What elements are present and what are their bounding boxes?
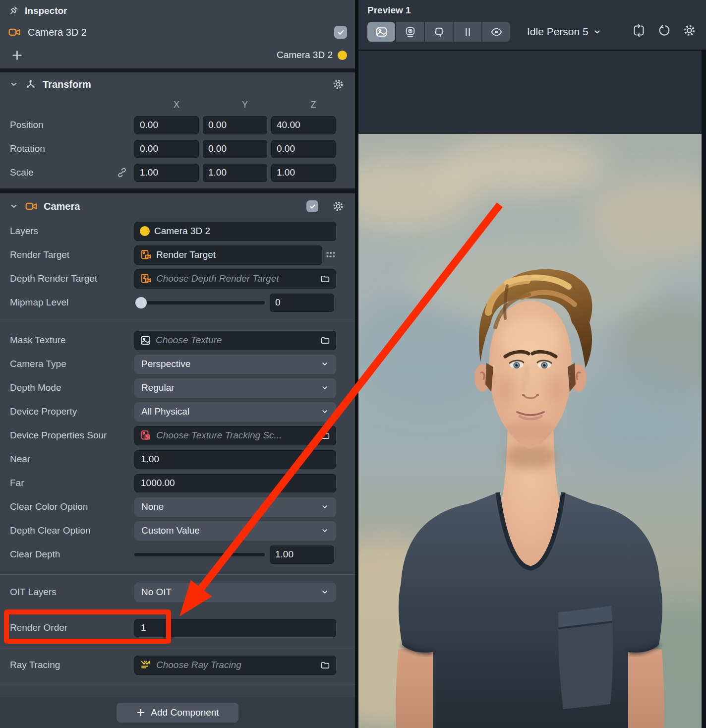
- preview-mode-webcam-button[interactable]: [396, 22, 424, 42]
- inspector-panel: Inspector Camera 3D 2 Camera 3D 2 Transf: [0, 0, 355, 728]
- link-scale-icon[interactable]: [117, 167, 127, 178]
- scale-x-input[interactable]: [134, 164, 199, 182]
- depth-mode-row: Depth Mode Regular: [0, 376, 355, 400]
- render-target-options-icon[interactable]: [325, 249, 336, 260]
- oit-layers-value: No OIT: [141, 587, 320, 598]
- depth-mode-dropdown[interactable]: Regular: [134, 378, 336, 398]
- section-divider: [0, 647, 355, 647]
- device-property-dropdown[interactable]: All Physical: [134, 402, 336, 422]
- entity-enabled-checkbox[interactable]: [334, 26, 347, 39]
- rotation-row: Rotation: [0, 137, 355, 161]
- clear-depth-label: Clear Depth: [0, 549, 134, 560]
- scale-y-input[interactable]: [203, 164, 267, 182]
- depth-mode-value: Regular: [141, 382, 320, 393]
- camera-gear-icon[interactable]: [332, 200, 344, 212]
- folder-icon[interactable]: [320, 273, 331, 284]
- preview-mode-image-button[interactable]: [367, 22, 395, 42]
- inspector-header-section: Inspector Camera 3D 2 Camera 3D 2: [0, 0, 355, 68]
- depth-clear-option-value: Custom Value: [141, 525, 320, 536]
- preview-visibility-button[interactable]: [482, 22, 510, 42]
- preview-settings-gear-icon[interactable]: [683, 24, 696, 37]
- layers-field[interactable]: Camera 3D 2: [134, 222, 336, 241]
- oit-layers-row: OIT Layers No OIT: [0, 580, 355, 604]
- tracking-script-icon: [140, 429, 152, 441]
- entity-name: Camera 3D 2: [28, 27, 87, 38]
- mipmap-level-row: Mipmap Level: [0, 291, 355, 314]
- near-input[interactable]: [134, 450, 336, 469]
- position-z-input[interactable]: [271, 116, 336, 134]
- transform-gear-icon[interactable]: [332, 78, 344, 90]
- camera-type-dropdown[interactable]: Perspective: [134, 355, 336, 374]
- ray-tracing-field[interactable]: Choose Ray Tracing: [134, 656, 336, 675]
- preview-toolbar: [367, 22, 510, 42]
- folder-icon[interactable]: [320, 660, 331, 670]
- clear-depth-slider[interactable]: [134, 546, 265, 564]
- restart-preview-icon[interactable]: [657, 24, 671, 37]
- entity-color-dot[interactable]: [338, 51, 347, 60]
- add-component-button[interactable]: Add Component: [117, 703, 238, 723]
- depth-render-target-field[interactable]: Choose Depth Render Target: [134, 269, 336, 289]
- folder-icon[interactable]: [320, 430, 331, 441]
- slider-knob[interactable]: [135, 297, 147, 308]
- rotation-z-input[interactable]: [271, 140, 336, 158]
- ray-tracing-row: Ray Tracing Choose Ray Tracing: [0, 653, 355, 677]
- camera-enabled-checkbox[interactable]: [306, 200, 318, 212]
- rotation-label: Rotation: [0, 143, 134, 154]
- add-entity-button[interactable]: [11, 49, 23, 61]
- section-divider: [0, 321, 355, 321]
- device-properties-source-field[interactable]: Choose Texture Tracking Sc...: [134, 426, 336, 445]
- scale-row: Scale: [0, 161, 355, 184]
- pin-icon[interactable]: [8, 5, 19, 16]
- mask-texture-field[interactable]: Choose Texture: [134, 331, 336, 350]
- mipmap-level-slider[interactable]: [134, 294, 265, 312]
- rotation-x-input[interactable]: [134, 140, 199, 158]
- render-order-input[interactable]: [134, 619, 336, 637]
- flip-device-icon[interactable]: [632, 24, 646, 37]
- axes-header: X Y Z: [0, 96, 355, 113]
- folder-icon[interactable]: [320, 335, 331, 346]
- position-row: Position: [0, 113, 355, 137]
- chevron-down-icon: [320, 502, 329, 511]
- oit-layers-dropdown[interactable]: No OIT: [134, 583, 336, 602]
- depth-clear-option-row: Depth Clear Option Custom Value: [0, 519, 355, 543]
- axis-x-label: X: [144, 100, 209, 110]
- collapse-chevron-icon[interactable]: [9, 201, 19, 211]
- far-input[interactable]: [134, 474, 336, 492]
- depth-clear-option-dropdown[interactable]: Custom Value: [134, 521, 336, 541]
- scale-z-input[interactable]: [271, 164, 336, 182]
- position-y-input[interactable]: [203, 116, 267, 134]
- mask-texture-row: Mask Texture Choose Texture: [0, 328, 355, 352]
- mipmap-level-input[interactable]: [270, 294, 334, 312]
- scale-label: Scale: [10, 167, 34, 178]
- camera-component-icon: [25, 200, 38, 213]
- layer-color-dot: [140, 226, 150, 236]
- axis-z-label: Z: [281, 100, 346, 110]
- preview-mode-rotate-3d-button[interactable]: [425, 22, 453, 42]
- device-property-row: Device Property All Physical: [0, 400, 355, 424]
- panel-separator[interactable]: [355, 0, 358, 728]
- section-divider: [0, 574, 355, 575]
- texture-image-icon: [140, 335, 151, 346]
- render-target-value: Render Target: [156, 249, 317, 260]
- preview-person-image: [358, 134, 702, 728]
- chevron-down-icon: [592, 27, 602, 37]
- clear-color-option-dropdown[interactable]: None: [134, 497, 336, 517]
- transform-section: Transform X Y Z Position Rotation: [0, 72, 355, 188]
- near-label: Near: [0, 454, 134, 465]
- clear-depth-input[interactable]: [270, 546, 334, 564]
- rotation-y-input[interactable]: [203, 140, 267, 158]
- preview-pause-button[interactable]: [454, 22, 481, 42]
- far-row: Far: [0, 471, 355, 495]
- collapse-chevron-icon[interactable]: [9, 79, 19, 89]
- position-x-input[interactable]: [134, 116, 199, 134]
- preview-canvas[interactable]: [358, 51, 706, 728]
- section-divider: [0, 684, 355, 684]
- clear-color-option-label: Clear Color Option: [0, 501, 134, 512]
- scene-selector-dropdown[interactable]: Idle Person 5: [527, 22, 602, 42]
- camera-section: Camera Layers Camera 3D 2 Render Target …: [0, 193, 355, 697]
- ray-tracing-icon: [140, 659, 152, 671]
- scene-selector-value: Idle Person 5: [527, 26, 588, 38]
- clear-depth-row: Clear Depth: [0, 543, 355, 566]
- mask-texture-label: Mask Texture: [0, 335, 134, 346]
- render-target-field[interactable]: Render Target: [134, 245, 322, 265]
